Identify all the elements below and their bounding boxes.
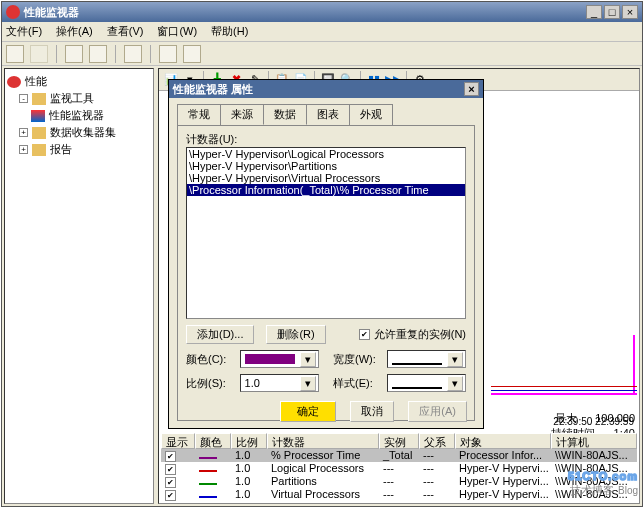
toolbar (2, 42, 642, 66)
tool-b[interactable] (89, 45, 107, 63)
style-dropdown[interactable] (387, 374, 466, 392)
remove-button[interactable]: 删除(R) (266, 325, 325, 344)
max-label: 最大 (555, 412, 577, 424)
dialog-title: 性能监视器 属性 (173, 82, 253, 97)
cancel-button[interactable]: 取消 (350, 401, 394, 422)
window-title: 性能监视器 (24, 5, 584, 20)
tab-appearance[interactable]: 外观 (349, 104, 393, 125)
apply-button[interactable]: 应用(A) (408, 401, 467, 422)
max-value: 100.000 (595, 412, 635, 424)
perfmon-icon (31, 110, 45, 122)
tool-back[interactable] (6, 45, 24, 63)
menu-help[interactable]: 帮助(H) (211, 24, 248, 39)
tree-item-collectors[interactable]: + 数据收集器集 (19, 124, 151, 141)
tool-fwd[interactable] (30, 45, 48, 63)
dialog-titlebar: 性能监视器 属性 × (169, 80, 483, 98)
table-row[interactable]: ✔1.0Partitions------Hyper-V Hypervi...\\… (161, 475, 637, 488)
allow-dup-checkbox[interactable]: ✔允许重复的实例(N) (359, 327, 466, 342)
folder-icon (32, 144, 46, 156)
tree-item-reports[interactable]: + 报告 (19, 141, 151, 158)
titlebar: 性能监视器 _ □ × (2, 2, 642, 22)
tree-item-monitor-tools[interactable]: - 监视工具 (19, 90, 151, 107)
table-row[interactable]: ✔1.0% Processor Time_Total---Processor I… (161, 449, 637, 462)
expander-icon[interactable]: - (19, 94, 28, 103)
app-icon (6, 5, 20, 19)
width-dropdown[interactable] (387, 350, 466, 368)
scale-dropdown[interactable]: 1.0 (240, 374, 319, 392)
properties-dialog: 性能监视器 属性 × 常规 来源 数据 图表 外观 计数器(U): \Hyper… (168, 79, 484, 429)
table-row[interactable]: ✔1.0Virtual Processors------Hyper-V Hype… (161, 488, 637, 501)
scale-label: 比例(S): (186, 376, 234, 391)
menu-window[interactable]: 窗口(W) (157, 24, 197, 39)
tree-item-perfmon[interactable]: 性能监视器 (31, 107, 151, 124)
close-button[interactable]: × (622, 5, 638, 19)
counter-item[interactable]: \Hyper-V Hypervisor\Partitions (187, 160, 465, 172)
ok-button[interactable]: 确定 (280, 401, 336, 422)
counter-item[interactable]: \Processor Information(_Total)\% Process… (187, 184, 465, 196)
tab-general[interactable]: 常规 (177, 104, 221, 125)
menu-action[interactable]: 操作(A) (56, 24, 93, 39)
expander-icon[interactable]: + (19, 145, 28, 154)
expander-icon[interactable]: + (19, 128, 28, 137)
table-header: 显示 颜色 比例 计数器 实例 父系 对象 计算机 (161, 433, 637, 449)
table-row[interactable]: ✔1.0Logical Processors------Hyper-V Hype… (161, 462, 637, 475)
width-label: 宽度(W): (333, 352, 381, 367)
add-button[interactable]: 添加(D)... (186, 325, 254, 344)
tool-d[interactable] (159, 45, 177, 63)
menubar: 文件(F) 操作(A) 查看(V) 窗口(W) 帮助(H) (2, 22, 642, 42)
folder-icon (32, 127, 46, 139)
counter-item[interactable]: \Hyper-V Hypervisor\Virtual Processors (187, 172, 465, 184)
counter-item[interactable]: \Hyper-V Hypervisor\Logical Processors (187, 148, 465, 160)
counters-listbox[interactable]: \Hyper-V Hypervisor\Logical Processors\H… (186, 147, 466, 319)
tab-chart[interactable]: 图表 (306, 104, 350, 125)
tool-c[interactable] (124, 45, 142, 63)
tab-source[interactable]: 来源 (220, 104, 264, 125)
color-dropdown[interactable] (240, 350, 319, 368)
style-label: 样式(E): (333, 376, 381, 391)
dialog-close-button[interactable]: × (464, 82, 479, 96)
folder-icon (32, 93, 46, 105)
nav-tree[interactable]: 性能 - 监视工具 性能监视器 + 数据收集器集 + 报告 (4, 68, 154, 504)
color-label: 颜色(C): (186, 352, 234, 367)
tool-a[interactable] (65, 45, 83, 63)
tab-data[interactable]: 数据 (263, 104, 307, 125)
tool-e[interactable] (183, 45, 201, 63)
menu-file[interactable]: 文件(F) (6, 24, 42, 39)
counter-table[interactable]: 显示 颜色 比例 计数器 实例 父系 对象 计算机 ✔1.0% Processo… (161, 433, 637, 501)
menu-view[interactable]: 查看(V) (107, 24, 144, 39)
perf-icon (7, 76, 21, 88)
tree-root[interactable]: 性能 (7, 73, 151, 90)
counters-label: 计数器(U): (186, 132, 466, 147)
maximize-button[interactable]: □ (604, 5, 620, 19)
dialog-tabs: 常规 来源 数据 图表 外观 (177, 104, 475, 125)
minimize-button[interactable]: _ (586, 5, 602, 19)
